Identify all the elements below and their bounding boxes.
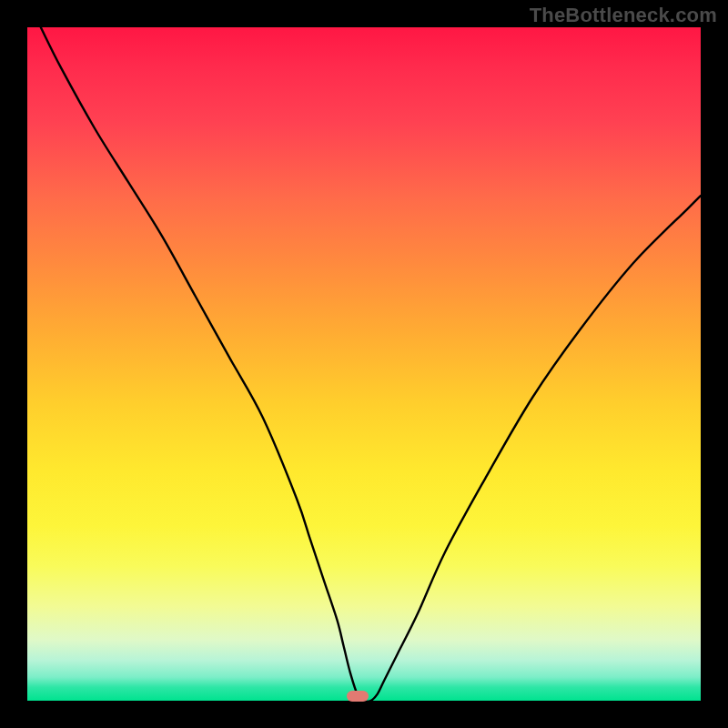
chart-frame: TheBottleneck.com	[0, 0, 728, 728]
watermark-text: TheBottleneck.com	[530, 4, 717, 27]
curve-layer	[27, 27, 701, 701]
optimal-marker	[347, 691, 369, 702]
bottleneck-curve	[41, 27, 701, 701]
plot-area	[27, 27, 701, 701]
